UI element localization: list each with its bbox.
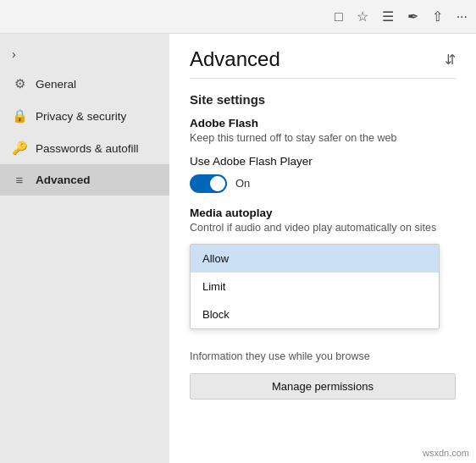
- sidebar: › ⚙ General 🔒 Privacy & security 🔑 Passw…: [0, 34, 169, 463]
- reading-view-icon[interactable]: □: [335, 9, 343, 25]
- dropdown-options-list: Allow Limit Block: [190, 244, 440, 329]
- media-autoplay-label: Media autoplay: [190, 207, 456, 219]
- adobe-flash-toggle-row: On: [190, 174, 456, 193]
- sidebar-item-privacy-label: Privacy & security: [36, 110, 126, 123]
- sidebar-item-privacy[interactable]: 🔒 Privacy & security: [0, 100, 169, 132]
- sidebar-item-advanced[interactable]: ≡ Advanced: [0, 164, 169, 196]
- page-title: Advanced: [190, 47, 280, 71]
- general-icon: ⚙: [12, 76, 27, 91]
- more-icon[interactable]: ···: [457, 9, 468, 25]
- sidebar-item-passwords-label: Passwords & autofill: [36, 142, 139, 155]
- section-title: Site settings: [169, 92, 476, 117]
- content-area: Advanced ⇵ Site settings Adobe Flash Kee…: [169, 34, 476, 463]
- pen-icon[interactable]: ✒: [407, 8, 418, 25]
- adobe-flash-desc: Keep this turned off to stay safer on th…: [190, 131, 456, 146]
- option-limit[interactable]: Limit: [191, 273, 439, 300]
- adobe-flash-block: Adobe Flash Keep this turned off to stay…: [169, 117, 476, 207]
- bookmark-icon[interactable]: ☆: [357, 8, 368, 25]
- page-header: Advanced ⇵: [169, 34, 476, 78]
- sidebar-item-general[interactable]: ⚙ General: [0, 68, 169, 100]
- sidebar-item-advanced-label: Advanced: [36, 174, 91, 186]
- adobe-flash-label: Adobe Flash: [190, 117, 456, 130]
- manage-permissions-button[interactable]: Manage permissions: [190, 373, 456, 400]
- option-allow[interactable]: Allow: [191, 245, 439, 273]
- media-autoplay-desc: Control if audio and video play automati…: [190, 221, 456, 236]
- watermark: wsxdn.com: [423, 448, 469, 458]
- privacy-icon: 🔒: [12, 108, 27, 124]
- passwords-icon: 🔑: [12, 141, 27, 156]
- header-divider: [190, 78, 456, 79]
- pin-icon[interactable]: ⇵: [445, 52, 456, 68]
- advanced-icon: ≡: [12, 173, 27, 187]
- browser-toolbar: □ ☆ ☰ ✒ ⇧ ···: [0, 0, 476, 34]
- sidebar-item-general-label: General: [36, 78, 76, 91]
- sidebar-item-passwords[interactable]: 🔑 Passwords & autofill: [0, 132, 169, 164]
- share-icon[interactable]: ⇧: [432, 8, 443, 25]
- adobe-flash-toggle[interactable]: [190, 174, 227, 193]
- main-layout: › ⚙ General 🔒 Privacy & security 🔑 Passw…: [0, 34, 476, 463]
- sidebar-collapse-button[interactable]: ›: [0, 41, 169, 68]
- reader-icon[interactable]: ☰: [382, 8, 394, 25]
- media-autoplay-dropdown: Allow Limit Block: [190, 244, 456, 329]
- info-text: Information they use while you browse: [169, 343, 476, 373]
- toggle-state-label: On: [235, 177, 250, 190]
- adobe-flash-toggle-label: Use Adobe Flash Player: [190, 155, 456, 168]
- toggle-knob: [210, 176, 225, 191]
- option-block[interactable]: Block: [191, 300, 439, 328]
- media-autoplay-block: Media autoplay Control if audio and vide…: [169, 207, 476, 344]
